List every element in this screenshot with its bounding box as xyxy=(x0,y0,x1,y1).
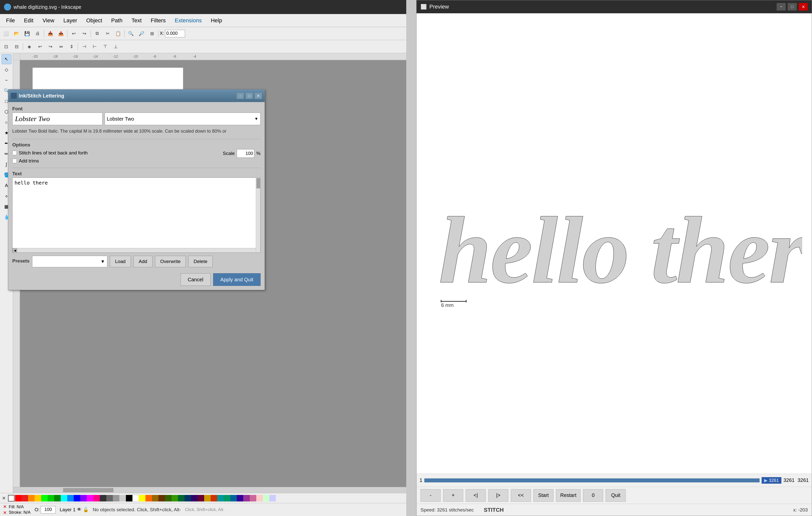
new-button[interactable]: ⬜ xyxy=(1,29,11,38)
flip-h-button[interactable]: ⇔ xyxy=(56,41,66,52)
menu-edit[interactable]: Edit xyxy=(20,16,37,25)
color-teal2[interactable] xyxy=(217,495,224,501)
menu-extensions[interactable]: Extensions xyxy=(171,16,206,25)
scale-input[interactable] xyxy=(237,149,254,158)
x-field[interactable]: 0.000 xyxy=(165,30,185,37)
color-lime[interactable] xyxy=(172,495,178,501)
color-yellow[interactable] xyxy=(35,495,41,501)
quit-button[interactable]: Quit xyxy=(606,489,626,502)
color-mid-green[interactable] xyxy=(48,495,54,501)
plus-button[interactable]: + xyxy=(443,489,463,502)
prev-button[interactable]: <| xyxy=(466,489,486,502)
tool-select[interactable]: ↖ xyxy=(1,54,11,64)
color-yellow2[interactable] xyxy=(139,495,145,501)
color-purple[interactable] xyxy=(80,495,87,501)
menu-file[interactable]: File xyxy=(2,16,19,25)
remove-fill-btn[interactable]: ✕ xyxy=(0,494,7,502)
color-navy[interactable] xyxy=(184,495,191,501)
import-button[interactable]: 📥 xyxy=(46,29,55,38)
align1-button[interactable]: ⊣ xyxy=(79,41,89,52)
color-mid-gray[interactable] xyxy=(113,495,119,501)
color-dark-gray[interactable] xyxy=(100,495,106,501)
dialog-maximize-button[interactable]: □ xyxy=(245,92,253,99)
color-dark-red[interactable] xyxy=(22,495,28,501)
rewind-button[interactable]: << xyxy=(511,489,531,502)
color-dark-blue[interactable] xyxy=(74,495,80,501)
color-orange[interactable] xyxy=(28,495,35,501)
color-pink[interactable] xyxy=(93,495,100,501)
save-button[interactable]: 💾 xyxy=(22,29,32,38)
color-magenta[interactable] xyxy=(87,495,93,501)
color-dark-brown[interactable] xyxy=(158,495,165,501)
export-button[interactable]: 📤 xyxy=(56,29,66,38)
zoom-in-button[interactable]: 🔍 xyxy=(126,29,136,38)
x-coord-input[interactable]: X: 0.000 xyxy=(160,30,185,37)
color-red[interactable] xyxy=(15,495,22,501)
text-textarea[interactable]: hello there xyxy=(12,178,260,248)
undo2-button[interactable]: ↩ xyxy=(35,41,45,52)
color-violet[interactable] xyxy=(237,495,243,501)
color-indigo[interactable] xyxy=(191,495,198,501)
minus-button[interactable]: - xyxy=(420,489,441,502)
zero-button[interactable]: 0 xyxy=(583,489,603,502)
presets-dropdown[interactable]: ▼ xyxy=(32,256,107,267)
preview-close-button[interactable]: ✕ xyxy=(799,3,808,10)
overwrite-preset-button[interactable]: Overwrite xyxy=(155,256,186,267)
color-ocean[interactable] xyxy=(230,495,237,501)
color-teal[interactable] xyxy=(178,495,184,501)
textarea-vscrollbar[interactable] xyxy=(256,178,260,253)
zoom-out-button[interactable]: 🔎 xyxy=(137,29,146,38)
color-black[interactable] xyxy=(126,495,133,501)
color-brown[interactable] xyxy=(152,495,158,501)
paste-button[interactable]: 📋 xyxy=(113,29,123,38)
deselect-button[interactable]: ⊟ xyxy=(11,41,22,52)
node-button[interactable]: ◈ xyxy=(24,41,34,52)
flip-v-button[interactable]: ⇕ xyxy=(66,41,77,52)
menu-path[interactable]: Path xyxy=(107,16,126,25)
tool-tweak[interactable]: ~ xyxy=(1,75,11,85)
color-gold[interactable] xyxy=(204,495,211,501)
menu-view[interactable]: View xyxy=(38,16,58,25)
hscrollbar-track[interactable] xyxy=(17,249,256,252)
cut-button[interactable]: ✂ xyxy=(103,29,113,38)
textarea-vscrollbar-thumb[interactable] xyxy=(257,178,260,188)
redo2-button[interactable]: ↪ xyxy=(46,41,55,52)
font-name-dropdown[interactable]: Lobster Two ▼ xyxy=(105,113,261,125)
color-maroon[interactable] xyxy=(198,495,204,501)
next-button[interactable]: |> xyxy=(488,489,508,502)
color-light-pink[interactable] xyxy=(256,495,263,501)
color-dark-green[interactable] xyxy=(54,495,61,501)
color-gray[interactable] xyxy=(106,495,113,501)
color-cyan[interactable] xyxy=(61,495,67,501)
copy-button[interactable]: ⧉ xyxy=(92,29,102,38)
delete-preset-button[interactable]: Delete xyxy=(188,256,213,267)
h-scrollbar-thumb[interactable] xyxy=(63,488,113,492)
dialog-close-button[interactable]: ✕ xyxy=(255,92,262,99)
opacity-input[interactable] xyxy=(40,506,56,514)
align2-button[interactable]: ⊢ xyxy=(90,41,100,52)
preview-minimize-button[interactable]: − xyxy=(777,3,786,10)
color-light-green[interactable] xyxy=(263,495,269,501)
color-forest[interactable] xyxy=(165,495,172,501)
apply-quit-button[interactable]: Apply and Quit xyxy=(213,273,261,286)
restart-button[interactable]: Restart xyxy=(556,489,581,502)
menu-help[interactable]: Help xyxy=(207,16,226,25)
redo-button[interactable]: ↪ xyxy=(79,29,89,38)
color-orchid[interactable] xyxy=(243,495,250,501)
hscroll-left-btn[interactable]: ◀ xyxy=(12,248,17,253)
zoom-fit-button[interactable]: ⊞ xyxy=(147,29,157,38)
color-sea[interactable] xyxy=(224,495,230,501)
color-green[interactable] xyxy=(41,495,48,501)
color-rose[interactable] xyxy=(250,495,256,501)
add-preset-button[interactable]: Add xyxy=(134,256,152,267)
open-button[interactable]: 📂 xyxy=(11,29,22,38)
menu-layer[interactable]: Layer xyxy=(59,16,81,25)
stitch-lines-checkbox[interactable] xyxy=(12,151,17,155)
h-scrollbar[interactable] xyxy=(13,487,406,493)
preview-maximize-button[interactable]: □ xyxy=(788,3,797,10)
textarea-hscrollbar[interactable]: ◀ ▶ xyxy=(12,248,260,253)
cancel-button[interactable]: Cancel xyxy=(180,273,211,286)
dialog-minimize-button[interactable]: − xyxy=(236,92,244,99)
undo-button[interactable]: ↩ xyxy=(69,29,79,38)
menu-object[interactable]: Object xyxy=(82,16,106,25)
